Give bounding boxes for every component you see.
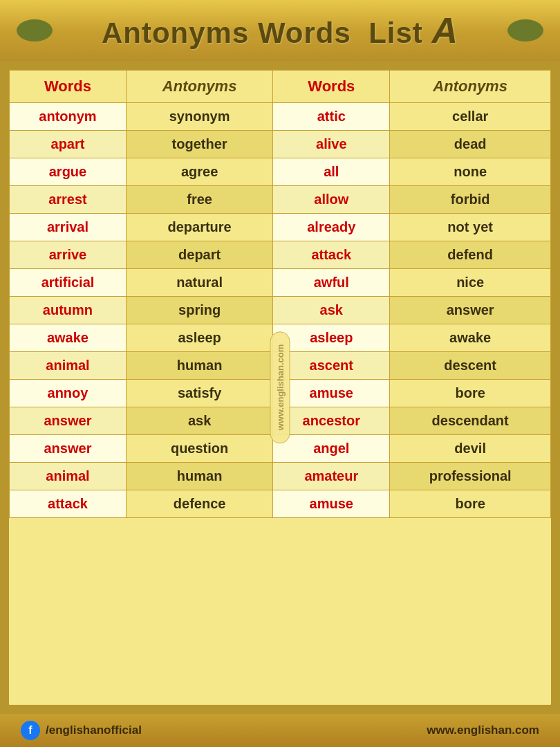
word-cell: arrival bbox=[10, 214, 127, 241]
table-row: artificialnaturalawfulnice bbox=[10, 269, 551, 297]
word-cell: autumn bbox=[10, 297, 127, 324]
word-cell: amateur bbox=[273, 463, 390, 490]
table-row: antonymsynonymatticcellar bbox=[10, 103, 551, 131]
col3-header: Words bbox=[273, 71, 390, 103]
word-cell: awake bbox=[10, 324, 127, 352]
word-cell: asleep bbox=[273, 324, 390, 352]
antonym-cell: defence bbox=[126, 490, 272, 518]
page-title: Antonyms Words List A bbox=[102, 10, 458, 51]
word-cell: antonym bbox=[10, 103, 127, 131]
word-cell: answer bbox=[10, 407, 127, 435]
word-cell: animal bbox=[10, 463, 127, 490]
word-cell: alive bbox=[273, 131, 390, 158]
antonym-cell: satisfy bbox=[126, 380, 272, 407]
antonym-cell: descendant bbox=[390, 407, 551, 435]
table-container: www.englishan.com Words Antonyms Words A… bbox=[7, 68, 553, 707]
antonym-cell: devil bbox=[390, 435, 551, 463]
antonym-cell: human bbox=[126, 352, 272, 380]
antonym-cell: answer bbox=[390, 297, 551, 324]
table-row: autumnspringaskanswer bbox=[10, 297, 551, 324]
antonym-cell: free bbox=[126, 186, 272, 214]
table-row: awakeasleepasleepawake bbox=[10, 324, 551, 352]
col1-header: Words bbox=[10, 71, 127, 103]
table-row: argueagreeallnone bbox=[10, 158, 551, 186]
word-cell: attic bbox=[273, 103, 390, 131]
table-row: answeraskancestordescendant bbox=[10, 407, 551, 435]
header-oval-left bbox=[17, 19, 53, 42]
table-row: animalhumanascentdescent bbox=[10, 352, 551, 380]
antonym-cell: bore bbox=[390, 380, 551, 407]
footer-left: f /englishanofficial bbox=[21, 721, 142, 740]
word-cell: already bbox=[273, 214, 390, 241]
antonym-cell: not yet bbox=[390, 214, 551, 241]
antonyms-table: Words Antonyms Words Antonyms antonymsyn… bbox=[9, 70, 551, 518]
table-row: arrestfreeallowforbid bbox=[10, 186, 551, 214]
word-cell: ancestor bbox=[273, 407, 390, 435]
table-row: answerquestionangeldevil bbox=[10, 435, 551, 463]
antonym-cell: agree bbox=[126, 158, 272, 186]
header-oval-right bbox=[507, 19, 543, 42]
word-cell: attack bbox=[10, 490, 127, 518]
word-cell: apart bbox=[10, 131, 127, 158]
word-cell: awful bbox=[273, 269, 390, 297]
word-cell: animal bbox=[10, 352, 127, 380]
word-cell: ascent bbox=[273, 352, 390, 380]
table-row: attackdefenceamusebore bbox=[10, 490, 551, 518]
word-cell: all bbox=[273, 158, 390, 186]
antonym-cell: natural bbox=[126, 269, 272, 297]
antonym-cell: nice bbox=[390, 269, 551, 297]
col4-header: Antonyms bbox=[390, 71, 551, 103]
word-cell: arrive bbox=[10, 241, 127, 269]
antonym-cell: forbid bbox=[390, 186, 551, 214]
antonym-cell: descent bbox=[390, 352, 551, 380]
antonym-cell: together bbox=[126, 131, 272, 158]
word-cell: artificial bbox=[10, 269, 127, 297]
word-cell: amuse bbox=[273, 490, 390, 518]
facebook-icon: f bbox=[21, 721, 40, 740]
page-header: Antonyms Words List A bbox=[0, 0, 560, 61]
antonym-cell: synonym bbox=[126, 103, 272, 131]
antonym-cell: professional bbox=[390, 463, 551, 490]
antonym-cell: defend bbox=[390, 241, 551, 269]
antonym-cell: cellar bbox=[390, 103, 551, 131]
antonym-cell: none bbox=[390, 158, 551, 186]
antonym-cell: ask bbox=[126, 407, 272, 435]
word-cell: attack bbox=[273, 241, 390, 269]
antonym-cell: spring bbox=[126, 297, 272, 324]
word-cell: answer bbox=[10, 435, 127, 463]
antonym-cell: question bbox=[126, 435, 272, 463]
antonym-cell: depart bbox=[126, 241, 272, 269]
antonym-cell: human bbox=[126, 463, 272, 490]
footer-website: www.englishan.com bbox=[427, 723, 539, 737]
word-cell: arrest bbox=[10, 186, 127, 214]
table-row: arrivedepartattackdefend bbox=[10, 241, 551, 269]
word-cell: angel bbox=[273, 435, 390, 463]
word-cell: allow bbox=[273, 186, 390, 214]
list-letter: A bbox=[432, 10, 459, 50]
col2-header: Antonyms bbox=[126, 71, 272, 103]
word-cell: amuse bbox=[273, 380, 390, 407]
word-cell: annoy bbox=[10, 380, 127, 407]
table-row: arrivaldeparturealreadynot yet bbox=[10, 214, 551, 241]
table-row: animalhumanamateurprofessional bbox=[10, 463, 551, 490]
word-cell: argue bbox=[10, 158, 127, 186]
table-row: annoysatisfyamusebore bbox=[10, 380, 551, 407]
facebook-handle: /englishanofficial bbox=[46, 723, 142, 737]
antonym-cell: departure bbox=[126, 214, 272, 241]
antonym-cell: dead bbox=[390, 131, 551, 158]
word-cell: ask bbox=[273, 297, 390, 324]
antonym-cell: asleep bbox=[126, 324, 272, 352]
antonym-cell: awake bbox=[390, 324, 551, 352]
page-footer: f /englishanofficial www.englishan.com bbox=[0, 714, 560, 747]
table-row: aparttogetheralivedead bbox=[10, 131, 551, 158]
antonym-cell: bore bbox=[390, 490, 551, 518]
